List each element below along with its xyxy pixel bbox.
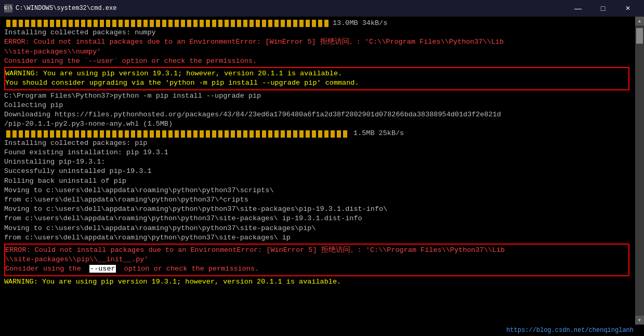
cmd-icon: C:\ (4, 4, 12, 12)
progress-text: 1.5MB 25kB/s (353, 129, 404, 138)
terminal-line: Moving to c:\users\dell\appdata\roaming\… (4, 186, 629, 195)
terminal-error-line: Consider using the `--user` option or ch… (4, 57, 629, 66)
terminal-line: 1.5MB 25kB/s (4, 129, 629, 138)
line-text: Moving to c:\users\dell\appdata\roaming\… (4, 224, 316, 232)
window-title: C:\WINDOWS\system32\cmd.exe (16, 5, 116, 12)
line-text: Moving to c:\users\dell\appdata\roaming\… (4, 186, 273, 194)
terminal-line: Collecting pip (4, 101, 629, 110)
terminal-line: /pip-20.1.1-py2.py3-none-any.whl (1.5MB) (4, 119, 629, 129)
close-button[interactable]: ✕ (616, 0, 640, 17)
error-line: \\site-packages\\pip\\__init__.py' (5, 255, 628, 264)
line-text: \\site-packages\\numpy' (4, 48, 101, 56)
cmd-window: C:\ C:\WINDOWS\system32\cmd.exe — □ ✕ ▲ … (0, 0, 644, 336)
line-text: Installing collected packages: numpy (4, 29, 156, 36)
line-text: Rolling back uninstall of pip (4, 177, 126, 185)
line-text: Collecting pip (4, 101, 63, 109)
line-text: Consider using the `--user` option or ch… (4, 57, 257, 65)
line-text: You should consider upgrading via the 'p… (5, 79, 359, 87)
scroll-up-arrow[interactable]: ▲ (635, 17, 644, 25)
line-text: /pip-20.1.1-py2.py3-none-any.whl (1.5MB) (4, 120, 173, 128)
warning-box: WARNING: You are using pip version 19.3.… (4, 67, 629, 90)
terminal-line: Moving to c:\users\dell\appdata\roaming\… (4, 224, 629, 233)
line-text: \\site-packages\\pip\\__init__.py' (5, 256, 148, 263)
last-warning-line: WARNING: You are using pip version 19.3.… (4, 277, 629, 287)
scroll-down-arrow[interactable]: ▼ (635, 316, 644, 325)
terminal-line: from c:\users\dell\appdata\roaming\pytho… (4, 214, 629, 223)
line-text: Moving to c:\users\dell\appdata\roaming\… (4, 205, 387, 213)
line-text: from c:\users\dell\appdata\roaming\pytho… (4, 214, 362, 222)
warning-line1: WARNING: You are using pip version 19.3.… (5, 69, 628, 78)
error-box-2: ERROR: Could not install packages due to… (4, 244, 629, 276)
error-line: ERROR: Could not install packages due to… (5, 246, 628, 255)
progress-text: 13.0MB 34kB/s (333, 19, 387, 28)
line-text: Found existing installation: pip 19.3.1 (4, 149, 168, 156)
line-text: WARNING: You are using pip version 19.3.… (4, 278, 341, 286)
blog-link: https://blog.csdn.net/chenqinglanh (506, 327, 634, 334)
line-text: Installing collected packages: pip (4, 139, 147, 147)
scroll-track[interactable] (635, 25, 644, 316)
line-text: C:\Program Files\Python37>python -m pip … (4, 92, 261, 100)
restore-button[interactable]: □ (591, 0, 615, 17)
line-text: from c:\users\dell\appdata\roaming\pytho… (4, 196, 248, 204)
terminal-error-line: \\site-packages\\numpy' (4, 47, 629, 57)
terminal-line: Moving to c:\users\dell\appdata\roaming\… (4, 205, 629, 214)
terminal-line: Found existing installation: pip 19.3.1 (4, 148, 629, 157)
line-text: Uninstalling pip-19.3.1: (4, 158, 105, 166)
scroll-thumb[interactable] (636, 28, 643, 44)
terminal-line: Installing collected packages: numpy (4, 28, 629, 37)
line-text: ERROR: Could not install packages due to… (4, 38, 504, 46)
line-text: Successfully uninstalled pip-19.3.1 (4, 167, 152, 175)
terminal-line: Successfully uninstalled pip-19.3.1 (4, 167, 629, 176)
titlebar: C:\ C:\WINDOWS\system32\cmd.exe — □ ✕ (0, 0, 644, 17)
terminal-content: 13.0MB 34kB/s Installing collected packa… (4, 19, 640, 287)
line-text: WARNING: You are using pip version 19.3.… (5, 70, 342, 77)
terminal-line: Downloading https://files.pythonhosted.o… (4, 110, 629, 119)
terminal-line: from c:\users\dell\appdata\roaming\pytho… (4, 233, 629, 243)
line-text: Downloading https://files.pythonhosted.o… (4, 111, 501, 118)
error-line: Consider using the --user option or chec… (5, 264, 628, 274)
terminal-line: 13.0MB 34kB/s (4, 19, 629, 28)
scrollbar[interactable]: ▲ ▼ (635, 17, 644, 325)
line-text: ERROR: Could not install packages due to… (5, 246, 505, 254)
terminal-line: Installing collected packages: pip (4, 139, 629, 148)
bottom-bar: https://blog.csdn.net/chenqinglanh (0, 325, 644, 336)
terminal-line: C:\Program Files\Python37>python -m pip … (4, 91, 629, 101)
terminal-body: ▲ ▼ 13.0MB 34kB/s Installing collected p… (0, 17, 644, 325)
minimize-button[interactable]: — (566, 0, 590, 17)
terminal-line: Rolling back uninstall of pip (4, 177, 629, 186)
terminal-line: from c:\users\dell\appdata\roaming\pytho… (4, 195, 629, 205)
terminal-line: Uninstalling pip-19.3.1: (4, 157, 629, 167)
warning-line2: You should consider upgrading via the 'p… (5, 78, 628, 88)
line-text: from c:\users\dell\appdata\roaming\pytho… (4, 234, 291, 241)
titlebar-left: C:\ C:\WINDOWS\system32\cmd.exe (4, 4, 116, 12)
terminal-error-line: ERROR: Could not install packages due to… (4, 37, 629, 47)
user-highlight: --user (89, 265, 116, 273)
window-controls: — □ ✕ (566, 0, 640, 17)
